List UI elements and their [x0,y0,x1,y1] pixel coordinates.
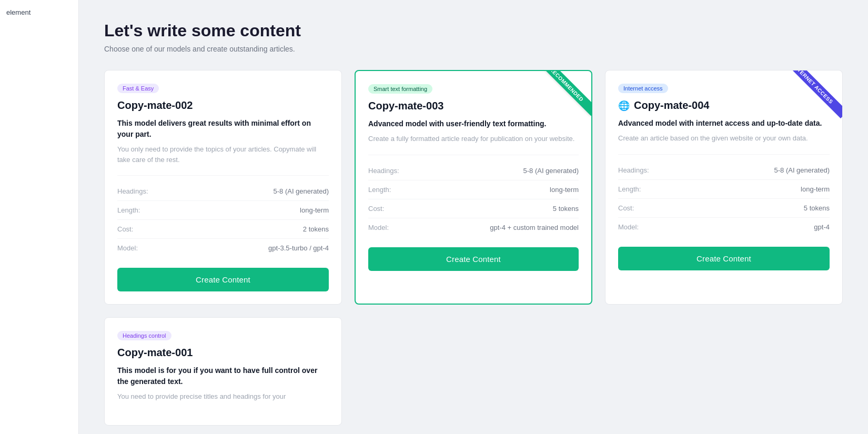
card-title-004: 🌐 Copy-mate-004 [618,99,830,112]
card-specs-003: Headings: 5-8 (AI generated) Length: lon… [368,155,579,237]
card-title-002: Copy-mate-002 [117,99,329,112]
card-copy-mate-003: Recommended Smart text formatting Copy-m… [355,70,592,305]
spec-model-002: Model: gpt-3.5-turbo / gpt-4 [117,239,329,257]
card-desc-secondary-002: You only need to provide the topics of y… [117,144,329,165]
page-title: Let's write some content [104,21,843,41]
card-desc-secondary-004: Create an article based on the given web… [618,133,830,144]
spec-headings-004: Headings: 5-8 (AI generated) [618,161,830,180]
card-specs-004: Headings: 5-8 (AI generated) Length: lon… [618,154,830,236]
card-desc-secondary-003: Create a fully formatted article ready f… [368,134,579,144]
card-desc-secondary-001: You need to provide precise titles and h… [117,391,329,402]
create-content-button-004[interactable]: Create Content [618,247,830,270]
card-badge-fast-easy: Fast & Easy [117,84,159,93]
spec-cost-004: Cost: 5 tokens [618,199,830,218]
spec-headings-003: Headings: 5-8 (AI generated) [368,162,579,180]
card-copy-mate-001: Headings control Copy-mate-001 This mode… [104,317,342,426]
spec-model-003: Model: gpt-4 + custom trained model [368,218,579,237]
sidebar-item-element[interactable]: element [0,0,78,25]
spec-model-004: Model: gpt-4 [618,218,830,236]
card-copy-mate-002: Fast & Easy Copy-mate-002 This model del… [104,70,342,305]
page-subtitle: Choose one of our models and create outs… [104,45,843,53]
create-content-button-002[interactable]: Create Content [117,268,329,291]
card-badge-internet: Internet access [618,84,668,93]
globe-icon: 🌐 [618,100,630,112]
main-content: Let's write some content Choose one of o… [79,0,868,434]
card-desc-primary-004: Advanced model with internet access and … [618,118,830,129]
card-title-001: Copy-mate-001 [117,347,329,359]
spec-length-004: Length: long-term [618,180,830,199]
card-specs-002: Headings: 5-8 (AI generated) Length: lon… [117,175,329,257]
card-badge-headings: Headings control [117,331,171,340]
spec-cost-003: Cost: 5 tokens [368,199,579,218]
card-title-003: Copy-mate-003 [368,100,579,112]
card-desc-primary-001: This model is for you if you want to hav… [117,365,329,387]
spec-cost-002: Cost: 2 tokens [117,220,329,239]
card-desc-primary-002: This model delivers great results with m… [117,118,329,140]
create-content-button-003[interactable]: Create Content [368,247,579,271]
card-copy-mate-004: Internet access Internet access 🌐 Copy-m… [605,70,843,305]
card-badge-smart: Smart text formatting [368,84,432,94]
spec-length-002: Length: long-term [117,201,329,220]
sidebar: element [0,0,79,434]
bottom-cards-grid: Headings control Copy-mate-001 This mode… [104,317,843,426]
cards-grid: Fast & Easy Copy-mate-002 This model del… [104,70,843,305]
spec-length-003: Length: long-term [368,180,579,199]
spec-headings-002: Headings: 5-8 (AI generated) [117,182,329,201]
card-desc-primary-003: Advanced model with user-friendly text f… [368,118,579,129]
